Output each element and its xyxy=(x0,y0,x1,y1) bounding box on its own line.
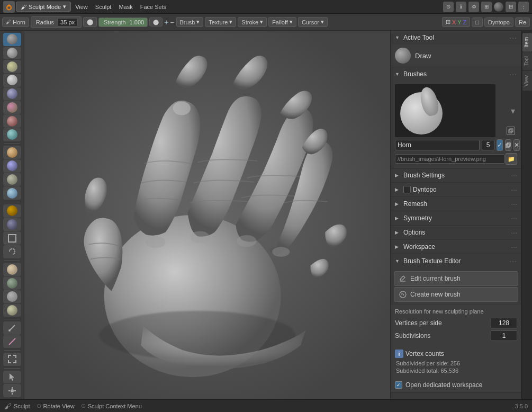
settings-icon[interactable]: ⚙ xyxy=(468,2,479,12)
tool-mask[interactable] xyxy=(3,218,21,231)
menu-view[interactable]: View xyxy=(72,3,91,11)
square-icon-1[interactable]: □ xyxy=(472,17,483,27)
bte-arrow: ▼ xyxy=(395,258,401,264)
info-icon[interactable]: ℹ xyxy=(456,2,466,12)
brush-copy-btn[interactable] xyxy=(507,127,515,135)
tool-grab[interactable] xyxy=(3,87,21,101)
tool-box-mask[interactable] xyxy=(3,231,21,245)
tool-clay[interactable] xyxy=(3,47,21,60)
menu-face-sets[interactable]: Face Sets xyxy=(137,3,170,11)
toolbar: 🖌 Horn Radius 35 px ⬤ Strength 1.000 ⬤ +… xyxy=(0,14,532,31)
cursor-dropdown[interactable]: Cursor▾ xyxy=(298,17,328,27)
brush-scroll-arrow[interactable]: ▾ xyxy=(511,106,515,116)
symmetry-row[interactable]: ▶ Symmetry ··· xyxy=(391,211,521,226)
copy-icon xyxy=(508,128,513,133)
options-row[interactable]: ▶ Options ··· xyxy=(391,226,521,240)
tool-layer[interactable] xyxy=(3,304,21,317)
tool-inflate[interactable] xyxy=(3,74,21,87)
active-tool-content: Draw xyxy=(391,44,521,67)
viewport-icon[interactable]: ⊙ xyxy=(443,2,454,12)
svg-point-23 xyxy=(400,291,406,298)
remesh-row[interactable]: ▶ Remesh ··· xyxy=(391,197,521,211)
workspace-row[interactable]: ▶ Workspace ··· xyxy=(391,240,521,254)
svg-point-15 xyxy=(190,231,210,243)
workspace-label: Workspace xyxy=(403,243,509,250)
more-icon[interactable]: ⋮ xyxy=(518,2,529,12)
strength-icon[interactable]: ⬤ xyxy=(149,17,163,26)
svg-point-17 xyxy=(272,247,290,257)
tool-box-select[interactable] xyxy=(3,353,21,366)
dyntopo-arrow: ▶ xyxy=(395,187,401,192)
tool-elastic[interactable] xyxy=(3,146,21,159)
tool-transform[interactable] xyxy=(3,384,21,397)
brush-dropdown[interactable]: Brush▾ xyxy=(176,17,204,27)
brush-settings-row[interactable]: ▶ Brush Settings ··· xyxy=(391,168,521,183)
tool-cursor[interactable] xyxy=(3,371,21,384)
tool-separator-4 xyxy=(4,319,20,319)
dyntopo-btn[interactable]: Dyntopo xyxy=(484,17,513,27)
strength-field[interactable]: Strength 1.000 xyxy=(98,17,148,27)
active-tool-header[interactable]: ▼ Active Tool ··· xyxy=(391,31,521,44)
tool-pose[interactable] xyxy=(3,159,21,173)
brush-selector[interactable]: 🖌 Horn xyxy=(2,17,29,27)
viewport[interactable] xyxy=(24,31,390,399)
tool-clay-strips[interactable] xyxy=(3,60,21,73)
tool-annotate-line[interactable] xyxy=(3,335,21,348)
tool-simplify[interactable] xyxy=(3,204,21,218)
tab-item[interactable]: Item xyxy=(522,33,532,51)
bte-header[interactable]: ▼ Brush Texture Editor ··· xyxy=(391,254,521,268)
tool-pinch[interactable] xyxy=(3,128,21,141)
active-tool-dots: ··· xyxy=(509,33,517,42)
open-workspace-checkbox[interactable]: ✓ xyxy=(395,381,402,389)
tool-thumb[interactable] xyxy=(3,114,21,128)
create-brush-icon xyxy=(399,290,407,299)
tab-tool[interactable]: Tool xyxy=(522,52,532,70)
dyntopo-row[interactable]: ▶ Dyntopo ··· xyxy=(391,183,521,197)
brushes-header[interactable]: ▼ Brushes ··· xyxy=(391,67,521,81)
tool-lasso-mask[interactable] xyxy=(3,245,21,258)
blender-logo[interactable] xyxy=(3,1,15,13)
viewport-canvas[interactable] xyxy=(24,31,390,399)
re-btn[interactable]: Re xyxy=(515,17,530,27)
tool-snake-hook[interactable] xyxy=(3,101,21,114)
menu-sculpt[interactable]: Sculpt xyxy=(92,3,115,11)
tab-view[interactable]: View xyxy=(522,71,532,91)
layout-icon[interactable]: ⊟ xyxy=(506,2,516,12)
menu-mask[interactable]: Mask xyxy=(115,3,136,11)
mode-selector[interactable]: 🖌 Sculpt Mode ▾ xyxy=(16,2,71,12)
vertices-value[interactable]: 128 xyxy=(491,318,517,328)
edit-brush-btn[interactable]: Edit current brush xyxy=(394,271,518,286)
tool-cloth[interactable] xyxy=(3,186,21,200)
stroke-dropdown[interactable]: Stroke▾ xyxy=(238,17,267,27)
vertices-row: Vertices per side 128 xyxy=(395,318,517,328)
tool-fill[interactable] xyxy=(3,276,21,290)
falloff-dropdown[interactable]: Falloff▾ xyxy=(268,17,296,27)
grid-icon[interactable]: ⊞ xyxy=(481,2,492,12)
options-arrow: ▶ xyxy=(395,230,401,235)
brush-path: //brush_images\Horn_preview.png xyxy=(395,154,504,164)
brush-delete-btn[interactable]: ✕ xyxy=(513,139,520,151)
texture-dropdown[interactable]: Texture▾ xyxy=(205,17,236,27)
transform-orientations[interactable]: ⊞ X Y Z xyxy=(442,17,470,27)
browse-btn[interactable]: 📁 xyxy=(506,153,517,165)
tool-boundary[interactable] xyxy=(3,173,21,186)
subdivided-total: Subdivided total: 65,536 xyxy=(395,368,517,374)
brush-name-input[interactable] xyxy=(395,140,480,150)
brush-duplicate-btn[interactable] xyxy=(505,139,511,151)
brush-check-btn[interactable]: ✓ xyxy=(497,139,503,151)
radius-field[interactable]: Radius 35 px xyxy=(31,16,82,28)
tool-scrape[interactable] xyxy=(3,263,21,276)
add-button[interactable]: + xyxy=(164,18,168,26)
radius-icon[interactable]: ⬤ xyxy=(83,17,97,27)
tool-annotate[interactable] xyxy=(3,321,21,335)
tool-draw[interactable] xyxy=(3,33,21,46)
tool-separator-3 xyxy=(4,261,20,261)
subdivisions-value[interactable]: 1 xyxy=(491,330,517,341)
brush-path-row: //brush_images\Horn_preview.png 📁 xyxy=(395,153,517,165)
dyntopo-checkbox[interactable] xyxy=(403,186,411,193)
tool-smooth[interactable] xyxy=(3,290,21,303)
remesh-arrow: ▶ xyxy=(395,201,401,207)
subtract-button[interactable]: − xyxy=(170,18,174,26)
mouse-icon: ⊙ xyxy=(37,402,41,409)
create-brush-btn[interactable]: Create new brush xyxy=(394,287,518,302)
